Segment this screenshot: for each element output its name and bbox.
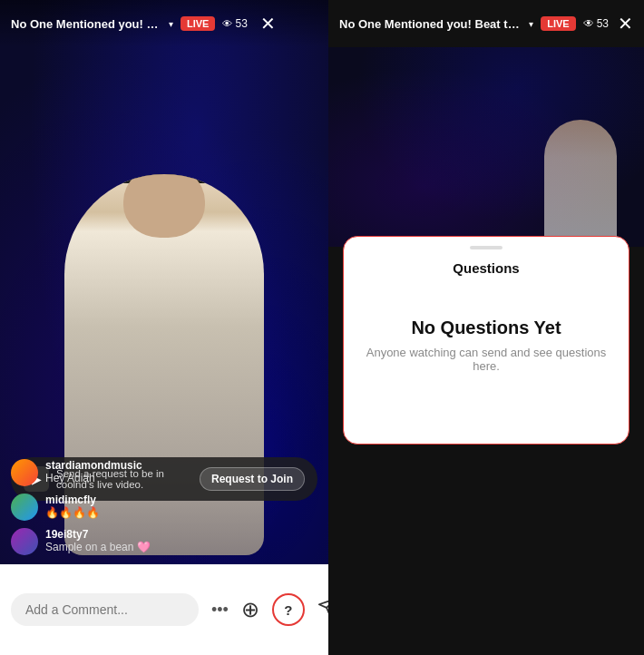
right-viewer-number: 53 (597, 17, 609, 30)
chat-message-2: midimcfly 🔥🔥🔥🔥 (11, 494, 151, 521)
right-top-bar: No One Mentioned you! Beat talk Beat... … (328, 0, 644, 47)
right-viewer-count: 👁 53 (583, 17, 609, 30)
request-to-join-button[interactable]: Request to Join (200, 467, 305, 491)
left-top-bar: No One Mentioned you! Beat talk Beat... … (0, 0, 328, 47)
chat-messages: stardiamondmusic Hey Adiah midimcfly 🔥🔥🔥… (11, 459, 151, 555)
message-content-1: stardiamondmusic Hey Adiah (45, 459, 142, 484)
left-stream-panel: No One Mentioned you! Beat talk Beat... … (0, 0, 328, 655)
action-icons-group: ⊕ ? ♡ (241, 593, 328, 626)
questions-panel-title: Questions (344, 253, 629, 290)
chat-message-1: stardiamondmusic Hey Adiah (11, 459, 151, 486)
drag-handle[interactable] (470, 246, 503, 249)
avatar-midimcfly (11, 494, 38, 521)
more-options-button[interactable]: ••• (208, 597, 232, 623)
empty-questions-state: No Questions Yet Anyone watching can sen… (344, 290, 629, 409)
bottom-action-bar: ••• ⊕ ? ♡ (0, 564, 328, 655)
username-1: stardiamondmusic (45, 459, 142, 472)
no-questions-subtitle: Anyone watching can send and see questio… (362, 346, 610, 373)
questions-panel: Questions No Questions Yet Anyone watchi… (343, 236, 629, 445)
chat-message-3: 19ei8ty7 Sample on a bean 🩷 (11, 528, 151, 555)
avatar-stardiamondmusic (11, 459, 38, 486)
right-video-area (328, 47, 644, 247)
head-shape (123, 174, 205, 238)
viewer-count: 👁 53 (222, 17, 247, 30)
svg-line-0 (327, 599, 328, 608)
add-content-button[interactable]: ⊕ (241, 597, 259, 622)
right-close-button[interactable]: ✕ (618, 13, 633, 34)
avatar-19ei8ty7 (11, 528, 38, 555)
message-content-3: 19ei8ty7 Sample on a bean 🩷 (45, 528, 151, 553)
chevron-down-icon[interactable]: ▾ (169, 19, 173, 29)
right-eye-icon: 👁 (583, 17, 594, 30)
right-stream-panel: No One Mentioned you! Beat talk Beat... … (328, 0, 644, 655)
username-3: 19ei8ty7 (45, 528, 151, 541)
right-live-badge: LIVE (541, 16, 575, 31)
close-button[interactable]: ✕ (260, 13, 276, 34)
send-button[interactable] (317, 597, 328, 622)
left-stream-title: No One Mentioned you! Beat talk Beat... (11, 17, 165, 31)
message-text-2: 🔥🔥🔥🔥 (45, 506, 100, 519)
right-person-silhouette (544, 120, 617, 247)
right-stream-title: No One Mentioned you! Beat talk Beat... (339, 17, 525, 31)
username-2: midimcfly (45, 494, 100, 506)
eye-icon: 👁 (222, 18, 232, 29)
message-text-3: Sample on a bean 🩷 (45, 541, 151, 553)
live-badge: LIVE (181, 16, 215, 31)
questions-button[interactable]: ? (272, 593, 305, 626)
viewer-number: 53 (235, 17, 247, 30)
no-questions-title: No Questions Yet (411, 318, 561, 338)
comment-input[interactable] (11, 593, 199, 626)
right-chevron-icon[interactable]: ▾ (529, 19, 533, 29)
message-text-1: Hey Adiah (45, 472, 142, 484)
message-content-2: midimcfly 🔥🔥🔥🔥 (45, 494, 100, 519)
